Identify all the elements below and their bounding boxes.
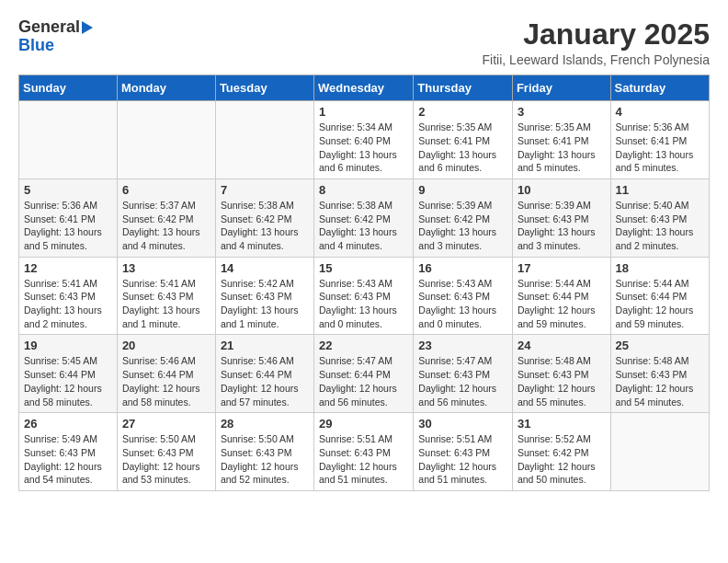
day-number: 25: [616, 339, 704, 352]
day-number: 4: [616, 105, 704, 119]
table-row: 19Sunrise: 5:45 AM Sunset: 6:44 PM Dayli…: [19, 335, 118, 413]
day-info: Sunrise: 5:47 AM Sunset: 6:44 PM Dayligh…: [319, 354, 408, 408]
day-info: Sunrise: 5:35 AM Sunset: 6:41 PM Dayligh…: [418, 121, 507, 175]
table-row: 15Sunrise: 5:43 AM Sunset: 6:43 PM Dayli…: [314, 257, 414, 335]
day-info: Sunrise: 5:37 AM Sunset: 6:42 PM Dayligh…: [122, 199, 210, 253]
day-info: Sunrise: 5:40 AM Sunset: 6:43 PM Dayligh…: [616, 199, 704, 253]
day-number: 10: [518, 183, 606, 197]
day-number: 11: [616, 183, 704, 197]
day-number: 3: [518, 105, 606, 119]
day-info: Sunrise: 5:43 AM Sunset: 6:43 PM Dayligh…: [319, 277, 408, 331]
main-container: General Blue January 2025 Fitii, Leeward…: [0, 0, 728, 500]
table-row: 25Sunrise: 5:48 AM Sunset: 6:43 PM Dayli…: [610, 335, 709, 413]
table-row: 14Sunrise: 5:42 AM Sunset: 6:43 PM Dayli…: [215, 257, 313, 335]
day-info: Sunrise: 5:52 AM Sunset: 6:42 PM Dayligh…: [518, 432, 606, 487]
table-row: 28Sunrise: 5:50 AM Sunset: 6:43 PM Dayli…: [215, 413, 313, 491]
day-info: Sunrise: 5:48 AM Sunset: 6:43 PM Dayligh…: [616, 354, 704, 408]
table-row: 13Sunrise: 5:41 AM Sunset: 6:43 PM Dayli…: [117, 257, 215, 335]
calendar-week-row: 26Sunrise: 5:49 AM Sunset: 6:43 PM Dayli…: [19, 413, 710, 491]
day-number: 20: [122, 339, 210, 352]
day-number: 9: [418, 183, 507, 197]
table-row: 10Sunrise: 5:39 AM Sunset: 6:43 PM Dayli…: [512, 178, 610, 257]
table-row: 4Sunrise: 5:36 AM Sunset: 6:41 PM Daylig…: [610, 101, 709, 179]
table-row: 20Sunrise: 5:46 AM Sunset: 6:44 PM Dayli…: [117, 335, 215, 413]
day-info: Sunrise: 5:43 AM Sunset: 6:43 PM Dayligh…: [418, 277, 507, 331]
day-number: 5: [24, 183, 112, 197]
day-info: Sunrise: 5:48 AM Sunset: 6:43 PM Dayligh…: [518, 354, 606, 408]
calendar-week-row: 19Sunrise: 5:45 AM Sunset: 6:44 PM Dayli…: [19, 335, 710, 413]
header-wednesday: Wednesday: [314, 75, 414, 101]
table-row: [610, 413, 709, 491]
day-number: 30: [418, 417, 507, 431]
day-number: 18: [616, 261, 704, 275]
day-info: Sunrise: 5:38 AM Sunset: 6:42 PM Dayligh…: [319, 199, 408, 253]
header-thursday: Thursday: [414, 75, 513, 101]
header-friday: Friday: [512, 75, 610, 101]
table-row: 31Sunrise: 5:52 AM Sunset: 6:42 PM Dayli…: [512, 413, 610, 491]
day-number: 27: [122, 417, 210, 431]
day-info: Sunrise: 5:39 AM Sunset: 6:42 PM Dayligh…: [418, 199, 507, 253]
table-row: 11Sunrise: 5:40 AM Sunset: 6:43 PM Dayli…: [610, 178, 709, 257]
table-row: 30Sunrise: 5:51 AM Sunset: 6:43 PM Dayli…: [414, 413, 513, 491]
day-number: 2: [418, 105, 507, 119]
table-row: 6Sunrise: 5:37 AM Sunset: 6:42 PM Daylig…: [117, 178, 215, 257]
day-number: 24: [518, 339, 606, 352]
day-info: Sunrise: 5:46 AM Sunset: 6:44 PM Dayligh…: [221, 354, 309, 408]
day-info: Sunrise: 5:46 AM Sunset: 6:44 PM Dayligh…: [122, 354, 210, 408]
table-row: 3Sunrise: 5:35 AM Sunset: 6:41 PM Daylig…: [512, 101, 610, 179]
day-number: 31: [518, 417, 606, 431]
day-number: 1: [319, 105, 408, 119]
day-number: 16: [418, 261, 507, 275]
header: General Blue January 2025 Fitii, Leeward…: [18, 18, 710, 67]
table-row: 29Sunrise: 5:51 AM Sunset: 6:43 PM Dayli…: [314, 413, 414, 491]
table-row: 12Sunrise: 5:41 AM Sunset: 6:43 PM Dayli…: [19, 257, 118, 335]
table-row: 7Sunrise: 5:38 AM Sunset: 6:42 PM Daylig…: [215, 178, 313, 257]
day-number: 12: [24, 261, 112, 275]
day-info: Sunrise: 5:50 AM Sunset: 6:43 PM Dayligh…: [221, 432, 309, 487]
day-number: 6: [122, 183, 210, 197]
table-row: 21Sunrise: 5:46 AM Sunset: 6:44 PM Dayli…: [215, 335, 313, 413]
day-info: Sunrise: 5:42 AM Sunset: 6:43 PM Dayligh…: [221, 277, 309, 331]
day-info: Sunrise: 5:47 AM Sunset: 6:43 PM Dayligh…: [418, 354, 507, 408]
header-monday: Monday: [117, 75, 215, 101]
calendar-week-row: 12Sunrise: 5:41 AM Sunset: 6:43 PM Dayli…: [19, 257, 710, 335]
table-row: 26Sunrise: 5:49 AM Sunset: 6:43 PM Dayli…: [19, 413, 118, 491]
day-info: Sunrise: 5:38 AM Sunset: 6:42 PM Dayligh…: [221, 199, 309, 253]
day-info: Sunrise: 5:41 AM Sunset: 6:43 PM Dayligh…: [24, 277, 112, 331]
table-row: 27Sunrise: 5:50 AM Sunset: 6:43 PM Dayli…: [117, 413, 215, 491]
day-info: Sunrise: 5:34 AM Sunset: 6:40 PM Dayligh…: [319, 121, 408, 175]
table-row: 17Sunrise: 5:44 AM Sunset: 6:44 PM Dayli…: [512, 257, 610, 335]
calendar-week-row: 5Sunrise: 5:36 AM Sunset: 6:41 PM Daylig…: [19, 178, 710, 257]
day-info: Sunrise: 5:49 AM Sunset: 6:43 PM Dayligh…: [24, 432, 112, 487]
table-row: 5Sunrise: 5:36 AM Sunset: 6:41 PM Daylig…: [19, 178, 118, 257]
day-number: 13: [122, 261, 210, 275]
day-number: 22: [319, 339, 408, 352]
day-number: 7: [221, 183, 309, 197]
day-number: 26: [24, 417, 112, 431]
day-info: Sunrise: 5:35 AM Sunset: 6:41 PM Dayligh…: [518, 121, 606, 175]
header-saturday: Saturday: [610, 75, 709, 101]
weekday-header-row: Sunday Monday Tuesday Wednesday Thursday…: [19, 75, 710, 101]
day-info: Sunrise: 5:51 AM Sunset: 6:43 PM Dayligh…: [319, 432, 408, 487]
day-number: 28: [221, 417, 309, 431]
calendar-table: Sunday Monday Tuesday Wednesday Thursday…: [18, 75, 710, 491]
day-number: 23: [418, 339, 507, 352]
header-sunday: Sunday: [19, 75, 118, 101]
day-number: 19: [24, 339, 112, 352]
day-info: Sunrise: 5:39 AM Sunset: 6:43 PM Dayligh…: [518, 199, 606, 253]
day-number: 14: [221, 261, 309, 275]
table-row: 1Sunrise: 5:34 AM Sunset: 6:40 PM Daylig…: [314, 101, 414, 179]
day-number: 17: [518, 261, 606, 275]
table-row: 23Sunrise: 5:47 AM Sunset: 6:43 PM Dayli…: [414, 335, 513, 413]
day-info: Sunrise: 5:44 AM Sunset: 6:44 PM Dayligh…: [616, 277, 704, 331]
day-info: Sunrise: 5:50 AM Sunset: 6:43 PM Dayligh…: [122, 432, 210, 487]
table-row: 16Sunrise: 5:43 AM Sunset: 6:43 PM Dayli…: [414, 257, 513, 335]
day-info: Sunrise: 5:51 AM Sunset: 6:43 PM Dayligh…: [418, 432, 507, 487]
calendar-week-row: 1Sunrise: 5:34 AM Sunset: 6:40 PM Daylig…: [19, 101, 710, 179]
logo-arrow-icon: [82, 21, 93, 34]
day-info: Sunrise: 5:44 AM Sunset: 6:44 PM Dayligh…: [518, 277, 606, 331]
table-row: [215, 101, 313, 179]
day-info: Sunrise: 5:36 AM Sunset: 6:41 PM Dayligh…: [24, 199, 112, 253]
day-info: Sunrise: 5:41 AM Sunset: 6:43 PM Dayligh…: [122, 277, 210, 331]
location-subtitle: Fitii, Leeward Islands, French Polynesia: [483, 52, 710, 67]
